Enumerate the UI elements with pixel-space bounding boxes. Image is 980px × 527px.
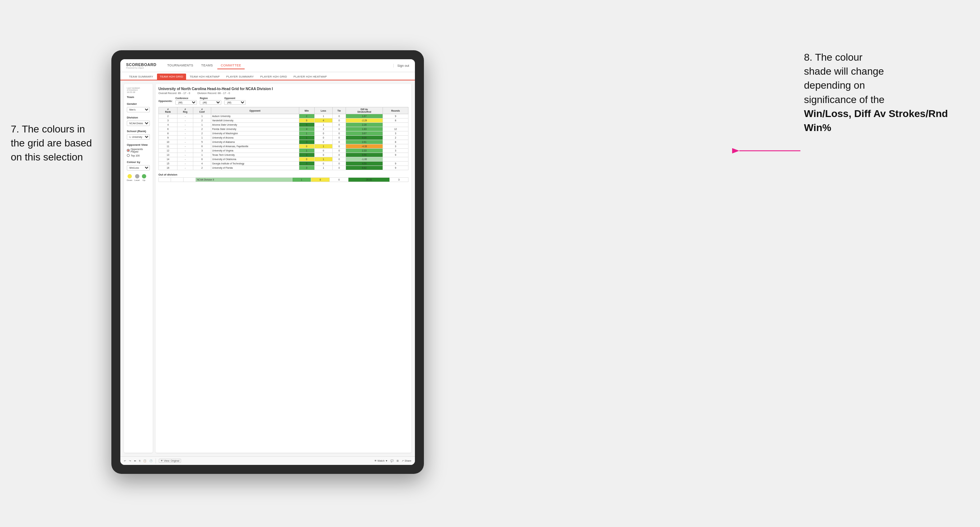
table-row: 11 - 6 University of Arkansas, Fayettevi…: [159, 144, 409, 149]
out-div-rounds: 3: [390, 178, 408, 182]
cell-reg: -: [177, 153, 193, 157]
cell-name: University of Arizona: [211, 136, 299, 140]
cell-loss: 0: [314, 153, 332, 157]
toolbar-copy[interactable]: ⎘: [139, 460, 140, 462]
nav-teams[interactable]: TEAMS: [197, 62, 216, 69]
gender-select[interactable]: Men's: [127, 107, 150, 113]
cell-tie: 0: [332, 153, 345, 157]
cell-diff: 3.67: [345, 132, 383, 136]
col-loss: Loss: [314, 107, 332, 114]
school-select[interactable]: 1. University of Nort...: [127, 134, 150, 140]
data-table: #Rank #Reg #Conf Opponent Win Loss Tie D…: [158, 107, 409, 170]
watch-button[interactable]: 👁 Watch ▼: [374, 460, 388, 462]
toolbar-back[interactable]: ⬅: [134, 460, 136, 462]
col-rounds: Rounds: [383, 107, 408, 114]
cell-rounds: 12: [383, 127, 408, 132]
subnav-team-h2h-grid[interactable]: TEAM H2H GRID: [157, 74, 186, 80]
subnav-player-h2h-grid[interactable]: PLAYER H2H GRID: [258, 74, 290, 80]
tablet-screen: SCOREBOARD Powered by clippd TOURNAMENTS…: [120, 59, 415, 465]
share-button[interactable]: ↗ Share: [402, 460, 411, 462]
out-div-blank2: [171, 178, 183, 182]
grid-button[interactable]: ⊞: [396, 460, 399, 462]
toolbar-undo[interactable]: ↩: [124, 460, 126, 462]
cell-diff: 5.56: [345, 153, 383, 157]
cell-diff: 6.62: [345, 166, 383, 170]
cell-diff: -1.00: [345, 157, 383, 162]
radio-top-100[interactable]: Top 100: [127, 154, 150, 157]
sign-out[interactable]: Sign out: [393, 64, 409, 67]
nav-items: TOURNAMENTS TEAMS COMMITTEE: [164, 62, 393, 69]
cell-reg: -: [177, 166, 193, 170]
grid-title: University of North Carolina Head-to-Hea…: [158, 87, 409, 91]
colour-by-label: Colour by: [127, 160, 150, 164]
cell-rounds: [383, 123, 408, 127]
cell-rank: 13: [159, 153, 177, 157]
nav-committee[interactable]: COMMITTEE: [217, 62, 245, 69]
opponent-select[interactable]: (All): [224, 100, 246, 105]
logo-sub: Powered by clippd: [126, 67, 156, 69]
view-original-button[interactable]: 👁 View: Original: [159, 459, 181, 463]
cell-loss: 2: [314, 127, 332, 132]
cell-win: 3: [299, 166, 314, 170]
cell-win: 3: [299, 140, 314, 144]
school-label: School (Rank): [127, 130, 150, 133]
table-row: 4 - 1 Arizona State University 5 1 0 2.2…: [159, 123, 409, 127]
cell-tie: 0: [332, 119, 345, 123]
table-row: 10 - 5 University of Alabama 3 0 0 2.61 …: [159, 140, 409, 144]
filter-opponent: Opponent (All): [224, 97, 246, 105]
cell-conf: 2: [193, 166, 211, 170]
share-icon: ↗: [402, 460, 404, 462]
arrow-right-svg: [729, 142, 808, 160]
cell-diff: 2.61: [345, 140, 383, 144]
cell-win: 4: [299, 127, 314, 132]
cell-name: Auburn University: [211, 114, 299, 119]
cell-diff: -4.33: [345, 144, 383, 149]
cell-rounds: 3: [383, 149, 408, 153]
tablet-frame: SCOREBOARD Powered by clippd TOURNAMENTS…: [111, 50, 424, 474]
legend-level: Level: [134, 174, 139, 181]
cell-reg: -: [177, 127, 193, 132]
cell-conf: 6: [193, 157, 211, 162]
cell-rounds: 9: [383, 114, 408, 119]
table-row: 16 - 2 University of Florida 3 1 0 6.62 …: [159, 166, 409, 170]
comment-button[interactable]: 💬: [390, 460, 394, 462]
division-select[interactable]: NCAA Division I: [127, 121, 150, 126]
cell-reg: -: [177, 123, 193, 127]
cell-name: University of Oklahoma: [211, 157, 299, 162]
colour-by-select[interactable]: Win/Loss: [127, 165, 150, 170]
division-label: Division: [127, 116, 150, 119]
out-of-division: Out of division NCAA Division II 1 0 0: [158, 173, 409, 182]
cell-diff: 4.50: [345, 162, 383, 166]
cell-rank: 14: [159, 157, 177, 162]
cell-win: 3: [299, 153, 314, 157]
radio-opponents-played[interactable]: Opponents Played: [127, 148, 150, 153]
cell-rank: 12: [159, 149, 177, 153]
conference-select[interactable]: (All): [175, 100, 197, 105]
cell-rank: 2: [159, 114, 177, 119]
legend-dot-level: [135, 174, 139, 178]
toolbar-redo[interactable]: ↪: [129, 460, 131, 462]
cell-loss: 1: [314, 114, 332, 119]
cell-reg: -: [177, 119, 193, 123]
cell-rounds: 9: [383, 162, 408, 166]
cell-conf: 5: [193, 140, 211, 144]
cell-reg: -: [177, 136, 193, 140]
out-division-table: NCAA Division II 1 0 0 26.00 3: [158, 177, 409, 182]
region-select[interactable]: (All): [200, 100, 221, 105]
colour-by-section: Colour by Win/Loss: [127, 160, 150, 170]
toolbar-clock[interactable]: 🕐: [150, 460, 153, 462]
table-row: 14 - 6 University of Oklahoma 0 1 0 -1.0…: [159, 157, 409, 162]
subnav-team-h2h-heatmap[interactable]: TEAM H2H HEATMAP: [187, 74, 223, 80]
subnav-player-summary[interactable]: PLAYER SUMMARY: [223, 74, 257, 80]
subnav-team-summary[interactable]: TEAM SUMMARY: [126, 74, 156, 80]
app-header: SCOREBOARD Powered by clippd TOURNAMENTS…: [120, 59, 415, 72]
cell-tie: 0: [332, 157, 345, 162]
gender-section: Gender Men's: [127, 102, 150, 113]
nav-tournaments[interactable]: TOURNAMENTS: [164, 62, 197, 69]
cell-name: Florida State University: [211, 127, 299, 132]
subnav-player-h2h-heatmap[interactable]: PLAYER H2H HEATMAP: [291, 74, 330, 80]
annotation-left: 7. The colours in the grid are based on …: [11, 122, 111, 164]
out-div-blank3: [183, 178, 196, 182]
toolbar-paste[interactable]: 📋: [143, 460, 146, 462]
opponent-view-label: Opponent View: [127, 143, 150, 146]
